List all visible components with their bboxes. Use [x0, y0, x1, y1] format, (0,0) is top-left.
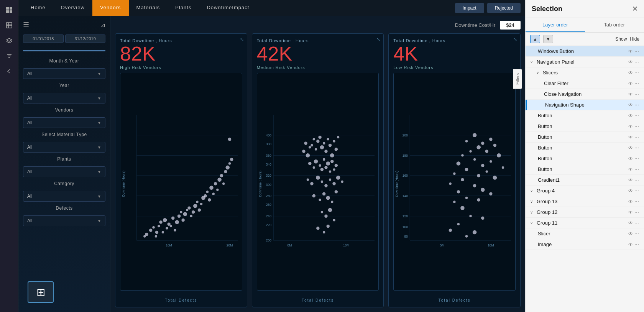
svg-point-165	[457, 161, 461, 166]
collapse-icon[interactable]	[2, 64, 16, 78]
table-icon[interactable]	[2, 18, 16, 32]
more-icon[interactable]: ⋯	[634, 92, 639, 97]
layer-item[interactable]: ∨Group 12👁⋯	[526, 207, 644, 218]
more-icon[interactable]: ⋯	[634, 242, 639, 247]
more-icon[interactable]: ⋯	[634, 145, 639, 151]
more-icon[interactable]: ⋯	[634, 81, 639, 86]
hamburger-icon[interactable]: ☰	[23, 21, 29, 29]
more-icon[interactable]: ⋯	[634, 167, 639, 172]
tab-home[interactable]: Home	[23, 0, 53, 16]
more-icon[interactable]: ⋯	[634, 113, 639, 118]
move-up-button[interactable]: ▲	[530, 35, 540, 43]
charts-row: ⤡ Total Downtime , Hours 82K High Risk V…	[115, 33, 521, 307]
eye-icon[interactable]: 👁	[628, 124, 633, 129]
layer-item[interactable]: ∨Group 4👁⋯	[526, 186, 644, 196]
layer-item[interactable]: Slicer👁⋯	[526, 228, 644, 239]
eye-icon[interactable]: 👁	[628, 92, 633, 97]
chart-xaxis-3: Total Defects	[393, 298, 516, 302]
eye-icon[interactable]: 👁	[628, 242, 633, 247]
eye-icon[interactable]: 👁	[628, 156, 633, 161]
tab-downtimeimpact[interactable]: DowntimeImpact	[199, 0, 257, 16]
eye-icon[interactable]: 👁	[628, 210, 633, 215]
layer-item[interactable]: Button👁⋯	[526, 121, 644, 132]
eye-icon[interactable]: 👁	[628, 59, 633, 65]
more-icon[interactable]: ⋯	[634, 177, 639, 183]
layer-item[interactable]: ∨Group 11👁⋯	[526, 218, 644, 228]
tab-layer-order[interactable]: Layer order	[526, 18, 585, 32]
material-type-select[interactable]: All ▼	[23, 142, 105, 153]
more-icon[interactable]: ⋯	[634, 210, 639, 215]
layer-item[interactable]: ∨Slicers👁⋯	[526, 67, 644, 78]
filter-icon[interactable]: ⊿	[100, 21, 105, 29]
eye-icon[interactable]: 👁	[628, 113, 633, 118]
month-year-select[interactable]: All ▼	[23, 68, 105, 79]
expand-icon-1[interactable]: ⤡	[240, 37, 244, 42]
eye-icon[interactable]: 👁	[628, 231, 633, 236]
layer-item[interactable]: Button👁⋯	[526, 153, 644, 164]
eye-icon[interactable]: 👁	[628, 220, 633, 226]
category-select[interactable]: All ▼	[23, 191, 105, 202]
eye-icon[interactable]: 👁	[628, 102, 633, 108]
filter-side-icon[interactable]	[2, 49, 16, 63]
more-icon[interactable]: ⋯	[634, 59, 639, 65]
more-icon[interactable]: ⋯	[634, 220, 639, 226]
layer-item[interactable]: Gradient1👁⋯	[526, 175, 644, 186]
layer-item[interactable]: ∨Group 13👁⋯	[526, 196, 644, 207]
more-icon[interactable]: ⋯	[634, 49, 639, 54]
tab-materials[interactable]: Materials	[129, 0, 168, 16]
date-to[interactable]: 31/12/2019	[65, 34, 106, 43]
vendors-select[interactable]: All ▼	[23, 117, 105, 128]
layer-item[interactable]: Button👁⋯	[526, 143, 644, 153]
expand-icon-3[interactable]: ⤡	[513, 37, 517, 42]
eye-icon[interactable]: 👁	[628, 167, 633, 172]
layer-item[interactable]: Close Navigation👁⋯	[526, 89, 644, 100]
more-icon[interactable]: ⋯	[634, 231, 639, 236]
layer-item[interactable]: Button👁⋯	[526, 164, 644, 175]
date-from[interactable]: 01/01/2018	[23, 34, 64, 43]
grid-icon[interactable]	[2, 3, 16, 17]
tab-overview[interactable]: Overview	[53, 0, 92, 16]
rejected-button[interactable]: Rejected	[487, 3, 521, 13]
more-icon[interactable]: ⋯	[634, 156, 639, 161]
date-slider[interactable]	[23, 50, 105, 51]
layer-item[interactable]: Button👁⋯	[526, 110, 644, 121]
tab-vendors[interactable]: Vendors	[92, 0, 129, 16]
impact-button[interactable]: Impact	[455, 3, 484, 13]
top-right-buttons: Impact Rejected	[455, 3, 521, 13]
more-icon[interactable]: ⋯	[634, 70, 639, 76]
expand-icon-2[interactable]: ⤡	[376, 37, 380, 42]
eye-icon[interactable]: 👁	[628, 145, 633, 151]
layer-item[interactable]: Navigation Shape👁⋯	[526, 100, 644, 110]
eye-icon[interactable]: 👁	[628, 49, 633, 54]
eye-icon[interactable]: 👁	[628, 199, 633, 204]
eye-icon[interactable]: 👁	[628, 81, 633, 86]
more-icon[interactable]: ⋯	[634, 135, 639, 140]
layer-item[interactable]: Button👁⋯	[526, 132, 644, 143]
tab-plants[interactable]: Plants	[168, 0, 199, 16]
windows-button[interactable]: ⊞	[28, 281, 54, 303]
more-icon[interactable]: ⋯	[634, 188, 639, 194]
more-icon[interactable]: ⋯	[634, 199, 639, 204]
plants-select[interactable]: All ▼	[23, 166, 105, 177]
eye-icon[interactable]: 👁	[628, 135, 633, 140]
eye-icon[interactable]: 👁	[628, 70, 633, 76]
layer-item[interactable]: Windows Button👁⋯	[526, 46, 644, 57]
chart-xaxis-2: Total Defects	[257, 298, 379, 302]
more-icon[interactable]: ⋯	[634, 124, 639, 129]
defects-select[interactable]: All ▼	[23, 215, 105, 226]
year-select[interactable]: All ▼	[23, 93, 105, 103]
layer-item[interactable]: Clear Filter👁⋯	[526, 78, 644, 89]
layers-icon[interactable]	[2, 34, 16, 48]
svg-point-22	[149, 228, 152, 232]
close-button[interactable]: ✕	[632, 5, 638, 13]
eye-icon[interactable]: 👁	[628, 188, 633, 194]
filters-vertical-tab[interactable]: Filters	[513, 69, 522, 89]
svg-point-49	[204, 194, 207, 197]
layer-item[interactable]: Image👁⋯	[526, 239, 644, 250]
eye-icon[interactable]: 👁	[628, 177, 633, 183]
layer-item[interactable]: ∨Navigation Panel👁⋯	[526, 57, 644, 67]
canvas-area: ☰ ⊿ 01/01/2018 31/12/2019 Month & Year A…	[18, 16, 525, 312]
move-down-button[interactable]: ▼	[543, 35, 553, 43]
more-icon[interactable]: ⋯	[634, 102, 639, 108]
tab-tab-order[interactable]: Tab order	[585, 18, 644, 32]
